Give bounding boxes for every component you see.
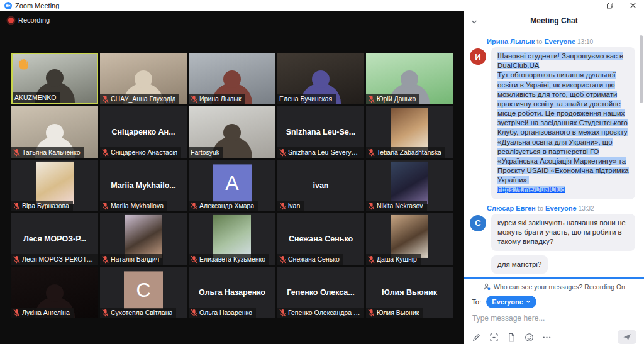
letter-avatar: C xyxy=(124,271,163,309)
window-controls xyxy=(576,0,644,11)
message-recipient: Everyone xyxy=(545,204,577,212)
muted-mic-icon xyxy=(191,255,197,264)
message-sender: Слюсар Евген xyxy=(487,204,536,212)
close-icon xyxy=(630,3,636,8)
muted-mic-icon xyxy=(279,148,286,157)
participant-tile[interactable]: Елена Бучинская xyxy=(277,53,364,104)
person-icon xyxy=(483,283,491,291)
message-time: 13:10 xyxy=(577,38,593,45)
participant-name-label: Сніцаренко Анастасія xyxy=(100,147,181,158)
to-label: To: xyxy=(472,298,481,306)
participant-tile[interactable]: Ирина Лылык xyxy=(189,53,275,104)
participant-name-label: Fartosyuk xyxy=(189,147,223,158)
message-bubble[interactable]: Шановні студенти! Запрошуємо вас в DualC… xyxy=(491,47,635,199)
chat-scrollbar[interactable] xyxy=(640,35,643,103)
muted-mic-icon xyxy=(102,309,109,317)
participant-name-label: Татьяна Кальченко xyxy=(11,147,84,158)
participant-name-label: Гепенко Олександра Ві... xyxy=(277,308,364,318)
paper-plane-icon xyxy=(623,333,631,341)
pen-icon xyxy=(472,333,481,342)
message-time: 13:32 xyxy=(579,205,594,212)
participant-tile[interactable]: Леся МОРОЗ-Р...Леся МОРОЗ-РЕКОТОВА xyxy=(11,213,98,265)
participant-name-label: AKUZMENKO xyxy=(13,92,60,103)
chat-message: ИШановні студенти! Запрошуємо вас в Dual… xyxy=(464,47,644,199)
format-button[interactable] xyxy=(472,333,481,342)
participant-name-label: Даша Кушнір xyxy=(366,254,421,265)
recipient-selector[interactable]: Everyone xyxy=(486,296,536,308)
participant-tile[interactable]: Наталія Балдич xyxy=(100,213,187,265)
participant-tile[interactable]: СНАУ_Анна Глуходід xyxy=(100,53,187,104)
muted-mic-icon xyxy=(368,148,375,157)
chat-link[interactable]: https://t.me/DualClud xyxy=(497,186,565,193)
participant-tile[interactable]: Лукіна Ангеліна xyxy=(11,267,98,318)
muted-mic-icon xyxy=(102,148,109,157)
send-button[interactable] xyxy=(618,330,636,344)
muted-mic-icon xyxy=(102,202,109,210)
participant-tile[interactable]: Fartosyuk xyxy=(189,106,275,158)
muted-mic-icon xyxy=(13,148,20,157)
message-recipient: Everyone xyxy=(545,38,576,45)
message-bubble[interactable]: для магістрі? xyxy=(491,255,548,274)
participant-tile[interactable]: Елизавета Кузьменко xyxy=(189,213,275,265)
participant-name-label: Mariia Mykhailova xyxy=(100,201,167,211)
chat-title: Meeting Chat xyxy=(464,16,644,25)
participant-tile[interactable]: ivanivan xyxy=(277,160,364,211)
file-icon xyxy=(507,333,516,342)
restore-button[interactable] xyxy=(599,0,621,11)
participant-tile[interactable]: Tetiana Zabashtanska xyxy=(366,106,453,158)
muted-mic-icon xyxy=(368,95,375,103)
participant-name-label: Елена Бучинская xyxy=(277,94,336,104)
emoji-button[interactable] xyxy=(525,333,534,342)
compose-to-row: To: Everyone xyxy=(464,292,644,308)
close-button[interactable] xyxy=(621,0,644,11)
chat-messages: Ирина Лылык to Everyone13:10ИШановні сту… xyxy=(464,30,644,277)
message-sender: Ирина Лылык xyxy=(487,38,535,45)
participant-tile[interactable]: Ольга НазаренкоОльга Назаренко xyxy=(189,267,275,318)
raised-hand-icon xyxy=(18,58,30,70)
screenshot-icon xyxy=(489,333,499,342)
participant-name-label: Ирина Лылык xyxy=(189,94,245,104)
zoom-logo-icon xyxy=(4,2,12,9)
participant-name-label: Лукіна Ангеліна xyxy=(11,308,74,318)
participant-tile[interactable]: Снежана СенькоСнежана Сенько xyxy=(277,213,364,265)
muted-mic-icon xyxy=(368,202,375,210)
participant-name-label: Сухотепла Світлана xyxy=(100,308,176,318)
participant-tile[interactable]: Даша Кушнір xyxy=(366,213,453,265)
participant-name-label: Юрій Данько xyxy=(366,94,419,104)
to-word: to xyxy=(536,38,542,45)
participant-tile[interactable]: Сніцаренко Ан...Сніцаренко Анастасія xyxy=(100,106,187,158)
muted-mic-icon xyxy=(13,309,20,317)
participant-tile[interactable]: Гепенко Олекса...Гепенко Олександра Ві..… xyxy=(277,267,364,318)
participant-tile[interactable]: CСухотепла Світлана xyxy=(100,267,187,318)
participant-tile[interactable]: AАлександр Хмара xyxy=(189,160,275,211)
participant-name-label: СНАУ_Анна Глуходід xyxy=(100,94,179,104)
participant-tile[interactable]: Nikita Nekrasov xyxy=(366,160,453,211)
photo-avatar xyxy=(391,162,428,204)
participant-tile[interactable]: Snizhana Leu-Se...Snizhana Leu-Severynen… xyxy=(277,106,364,158)
minimize-button[interactable] xyxy=(576,0,599,11)
participant-tile[interactable]: Юлия ВьюникЮлия Вьюник xyxy=(366,267,453,318)
chevron-down-icon[interactable] xyxy=(470,17,478,28)
participant-tile[interactable]: Віра Бурназова xyxy=(11,160,98,211)
message-bubble[interactable]: курси які закінчують навчання вони не мо… xyxy=(491,214,635,252)
message-meta: Слюсар Евген to Everyone13:32 xyxy=(487,204,635,212)
meeting-area: Recording AKUZMENKOСНАУ_Анна ГлуходідИри… xyxy=(0,11,464,344)
title-bar: Zoom Meeting xyxy=(0,0,644,11)
file-button[interactable] xyxy=(507,333,516,342)
participant-name-label: Юлия Вьюник xyxy=(366,308,423,318)
photo-avatar xyxy=(391,108,428,151)
participant-name-label: Tetiana Zabashtanska xyxy=(366,147,445,158)
more-button[interactable] xyxy=(542,333,552,342)
participant-tile[interactable]: Юрій Данько xyxy=(366,53,453,104)
photo-avatar xyxy=(125,215,162,258)
participant-name-label: Леся МОРОЗ-РЕКОТОВА xyxy=(11,254,98,265)
recording-indicator: Recording xyxy=(8,16,50,24)
muted-mic-icon xyxy=(279,202,286,210)
participant-name-label: Віра Бурназова xyxy=(11,201,73,211)
participant-name-label: Елизавета Кузьменко xyxy=(189,254,269,265)
screenshot-button[interactable] xyxy=(489,333,499,342)
participant-tile[interactable]: Татьяна Кальченко xyxy=(11,106,98,158)
participant-tile[interactable]: AKUZMENKO xyxy=(11,53,98,104)
participant-tile[interactable]: Mariia Mykhailo...Mariia Mykhailova xyxy=(100,160,187,211)
message-input[interactable]: Type message here... xyxy=(464,308,644,323)
